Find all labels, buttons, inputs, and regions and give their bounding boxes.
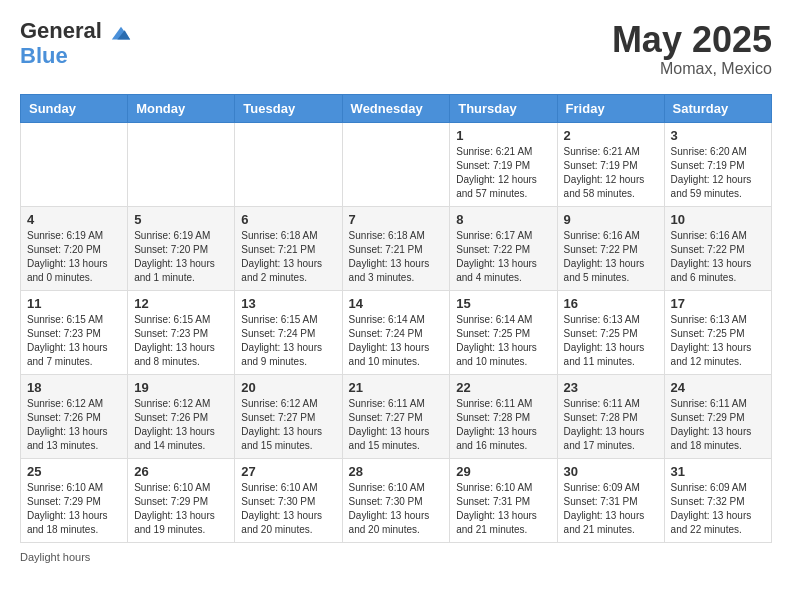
daylight-label: Daylight hours [20,551,90,563]
calendar-cell [235,122,342,206]
day-number: 31 [671,464,765,479]
weekday-header-friday: Friday [557,94,664,122]
weekday-header-monday: Monday [128,94,235,122]
calendar-week-5: 25Sunrise: 6:10 AM Sunset: 7:29 PM Dayli… [21,458,772,542]
day-number: 13 [241,296,335,311]
calendar-cell: 2Sunrise: 6:21 AM Sunset: 7:19 PM Daylig… [557,122,664,206]
day-number: 3 [671,128,765,143]
calendar-cell: 4Sunrise: 6:19 AM Sunset: 7:20 PM Daylig… [21,206,128,290]
day-number: 7 [349,212,444,227]
day-number: 18 [27,380,121,395]
calendar-cell: 27Sunrise: 6:10 AM Sunset: 7:30 PM Dayli… [235,458,342,542]
weekday-header-saturday: Saturday [664,94,771,122]
calendar-cell: 11Sunrise: 6:15 AM Sunset: 7:23 PM Dayli… [21,290,128,374]
calendar-cell: 19Sunrise: 6:12 AM Sunset: 7:26 PM Dayli… [128,374,235,458]
calendar-cell [128,122,235,206]
day-info: Sunrise: 6:12 AM Sunset: 7:26 PM Dayligh… [27,397,121,453]
day-info: Sunrise: 6:20 AM Sunset: 7:19 PM Dayligh… [671,145,765,201]
day-number: 28 [349,464,444,479]
day-number: 14 [349,296,444,311]
day-info: Sunrise: 6:12 AM Sunset: 7:27 PM Dayligh… [241,397,335,453]
day-info: Sunrise: 6:17 AM Sunset: 7:22 PM Dayligh… [456,229,550,285]
day-info: Sunrise: 6:14 AM Sunset: 7:24 PM Dayligh… [349,313,444,369]
day-number: 15 [456,296,550,311]
day-number: 17 [671,296,765,311]
title-block: May 2025 Momax, Mexico [612,20,772,78]
calendar-cell: 31Sunrise: 6:09 AM Sunset: 7:32 PM Dayli… [664,458,771,542]
day-number: 24 [671,380,765,395]
day-info: Sunrise: 6:11 AM Sunset: 7:28 PM Dayligh… [564,397,658,453]
calendar-cell: 9Sunrise: 6:16 AM Sunset: 7:22 PM Daylig… [557,206,664,290]
logo: General Blue [20,20,132,67]
calendar-week-1: 1Sunrise: 6:21 AM Sunset: 7:19 PM Daylig… [21,122,772,206]
calendar-cell: 26Sunrise: 6:10 AM Sunset: 7:29 PM Dayli… [128,458,235,542]
day-number: 30 [564,464,658,479]
day-number: 8 [456,212,550,227]
calendar-cell: 7Sunrise: 6:18 AM Sunset: 7:21 PM Daylig… [342,206,450,290]
calendar-cell: 24Sunrise: 6:11 AM Sunset: 7:29 PM Dayli… [664,374,771,458]
day-info: Sunrise: 6:10 AM Sunset: 7:30 PM Dayligh… [241,481,335,537]
day-info: Sunrise: 6:15 AM Sunset: 7:23 PM Dayligh… [134,313,228,369]
day-info: Sunrise: 6:21 AM Sunset: 7:19 PM Dayligh… [564,145,658,201]
logo-icon [110,23,132,45]
logo-general: General [20,18,102,43]
calendar-cell: 25Sunrise: 6:10 AM Sunset: 7:29 PM Dayli… [21,458,128,542]
calendar-cell: 10Sunrise: 6:16 AM Sunset: 7:22 PM Dayli… [664,206,771,290]
day-number: 1 [456,128,550,143]
day-info: Sunrise: 6:15 AM Sunset: 7:23 PM Dayligh… [27,313,121,369]
day-info: Sunrise: 6:15 AM Sunset: 7:24 PM Dayligh… [241,313,335,369]
day-number: 5 [134,212,228,227]
day-number: 16 [564,296,658,311]
day-number: 11 [27,296,121,311]
day-number: 10 [671,212,765,227]
calendar-cell [21,122,128,206]
calendar-cell: 12Sunrise: 6:15 AM Sunset: 7:23 PM Dayli… [128,290,235,374]
weekday-header-wednesday: Wednesday [342,94,450,122]
calendar-cell: 1Sunrise: 6:21 AM Sunset: 7:19 PM Daylig… [450,122,557,206]
day-number: 2 [564,128,658,143]
day-number: 27 [241,464,335,479]
day-info: Sunrise: 6:10 AM Sunset: 7:29 PM Dayligh… [27,481,121,537]
day-info: Sunrise: 6:16 AM Sunset: 7:22 PM Dayligh… [564,229,658,285]
day-number: 25 [27,464,121,479]
day-number: 4 [27,212,121,227]
calendar-cell: 13Sunrise: 6:15 AM Sunset: 7:24 PM Dayli… [235,290,342,374]
month-title: May 2025 [612,20,772,60]
day-number: 19 [134,380,228,395]
day-info: Sunrise: 6:14 AM Sunset: 7:25 PM Dayligh… [456,313,550,369]
calendar-cell: 3Sunrise: 6:20 AM Sunset: 7:19 PM Daylig… [664,122,771,206]
day-info: Sunrise: 6:09 AM Sunset: 7:32 PM Dayligh… [671,481,765,537]
calendar-cell: 29Sunrise: 6:10 AM Sunset: 7:31 PM Dayli… [450,458,557,542]
calendar-cell: 6Sunrise: 6:18 AM Sunset: 7:21 PM Daylig… [235,206,342,290]
calendar-cell: 22Sunrise: 6:11 AM Sunset: 7:28 PM Dayli… [450,374,557,458]
day-info: Sunrise: 6:12 AM Sunset: 7:26 PM Dayligh… [134,397,228,453]
day-info: Sunrise: 6:11 AM Sunset: 7:27 PM Dayligh… [349,397,444,453]
calendar-cell: 23Sunrise: 6:11 AM Sunset: 7:28 PM Dayli… [557,374,664,458]
location-title: Momax, Mexico [612,60,772,78]
calendar-week-4: 18Sunrise: 6:12 AM Sunset: 7:26 PM Dayli… [21,374,772,458]
day-info: Sunrise: 6:18 AM Sunset: 7:21 PM Dayligh… [349,229,444,285]
calendar-week-3: 11Sunrise: 6:15 AM Sunset: 7:23 PM Dayli… [21,290,772,374]
day-info: Sunrise: 6:18 AM Sunset: 7:21 PM Dayligh… [241,229,335,285]
day-number: 6 [241,212,335,227]
day-info: Sunrise: 6:13 AM Sunset: 7:25 PM Dayligh… [564,313,658,369]
page-header: General Blue May 2025 Momax, Mexico [20,20,772,78]
weekday-header-tuesday: Tuesday [235,94,342,122]
day-info: Sunrise: 6:21 AM Sunset: 7:19 PM Dayligh… [456,145,550,201]
day-info: Sunrise: 6:10 AM Sunset: 7:31 PM Dayligh… [456,481,550,537]
calendar-week-2: 4Sunrise: 6:19 AM Sunset: 7:20 PM Daylig… [21,206,772,290]
calendar-cell: 5Sunrise: 6:19 AM Sunset: 7:20 PM Daylig… [128,206,235,290]
calendar-cell: 28Sunrise: 6:10 AM Sunset: 7:30 PM Dayli… [342,458,450,542]
day-info: Sunrise: 6:19 AM Sunset: 7:20 PM Dayligh… [27,229,121,285]
calendar-cell [342,122,450,206]
day-number: 26 [134,464,228,479]
day-number: 29 [456,464,550,479]
day-number: 12 [134,296,228,311]
day-info: Sunrise: 6:10 AM Sunset: 7:29 PM Dayligh… [134,481,228,537]
day-number: 23 [564,380,658,395]
day-info: Sunrise: 6:19 AM Sunset: 7:20 PM Dayligh… [134,229,228,285]
day-number: 22 [456,380,550,395]
calendar-table: SundayMondayTuesdayWednesdayThursdayFrid… [20,94,772,543]
day-number: 21 [349,380,444,395]
calendar-cell: 14Sunrise: 6:14 AM Sunset: 7:24 PM Dayli… [342,290,450,374]
